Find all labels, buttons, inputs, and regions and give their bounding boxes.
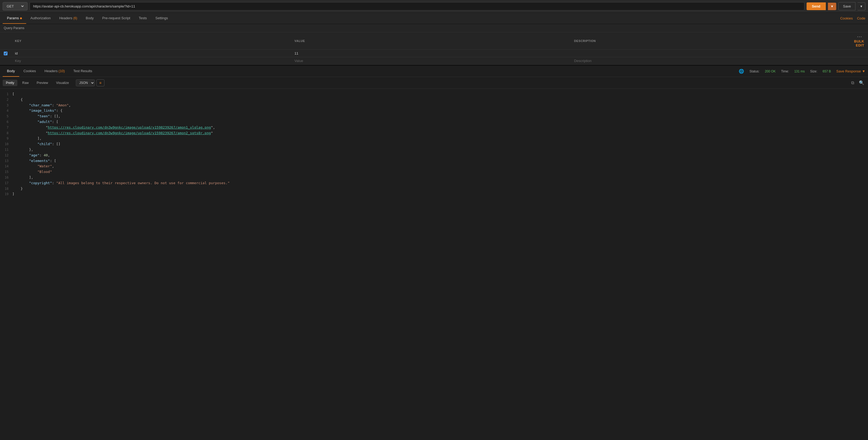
request-tabs: Params Authorization Headers (6) Body Pr… [0,13,868,24]
tab-tests[interactable]: Tests [134,13,151,24]
code-line-8: 8 "https://res.cloudinary.com/dn3w9gnkc/… [0,130,868,136]
line-number-12: 12 [0,153,12,158]
line-number-8: 8 [0,130,12,136]
col-value: VALUE [291,32,570,50]
response-status: 🌐 Status: 200 OK Time: 131 ms Size: 657 … [739,69,865,74]
tab-authorization[interactable]: Authorization [26,13,55,24]
line-content-12: "age": 40, [12,153,868,158]
param-desc-id[interactable] [570,50,850,57]
copy-button[interactable]: ⧉ [850,79,855,86]
param-checkbox-input-id[interactable] [4,52,7,55]
more-icon[interactable]: ··· [857,34,862,39]
param-key-id[interactable]: id [11,50,291,57]
save-response-label: Save Response [836,69,861,73]
response-tab-cookies[interactable]: Cookies [19,66,40,77]
code-line-5: 5 "teen": [], [0,114,868,119]
tab-params[interactable]: Params [3,13,26,24]
code-line-10: 10 "child": [] [0,141,868,147]
line-content-1: [ [12,91,868,97]
url-bar: GET POST PUT DELETE Send ▼ Save ▼ [0,0,868,13]
code-link[interactable]: Code [857,16,865,20]
code-editor[interactable]: 1[2 {3 "char_name": "Amon",4 "image_link… [0,89,868,438]
format-tab-pretty[interactable]: Pretty [3,80,18,86]
response-headers-badge: (10) [59,69,65,73]
line-content-6: "adult": [ [12,119,868,125]
line-content-15: "Blood" [12,169,868,175]
request-tabs-right: Cookies Code [840,16,865,20]
param-desc-empty[interactable]: Description [570,57,850,65]
response-tab-body[interactable]: Body [3,66,19,77]
param-key-empty[interactable]: Key [11,57,291,65]
headers-badge: (6) [73,16,77,20]
line-number-15: 15 [0,169,12,175]
line-content-4: "image_links": { [12,108,868,114]
tab-body[interactable]: Body [82,13,98,24]
format-type-select[interactable]: JSON XML HTML Text [76,79,95,86]
size-label: Size: [810,69,817,73]
line-content-3: "char_name": "Amon", [12,102,868,108]
line-number-7: 7 [0,125,12,130]
tab-prerequest[interactable]: Pre-request Script [98,13,134,24]
line-content-17: "copyright": "All images belong to their… [12,180,868,186]
bulk-edit-link[interactable]: Bulk Edit [854,39,864,47]
response-tabs: Body Cookies Headers (10) Test Results 🌐… [0,66,868,77]
cookies-link[interactable]: Cookies [840,16,853,20]
code-line-4: 4 "image_links": { [0,108,868,114]
line-content-13: "elements": [ [12,158,868,164]
code-line-7: 7 "https://res.cloudinary.com/dn3w9gnkc/… [0,125,868,130]
format-tab-visualize[interactable]: Visualize [53,80,72,86]
globe-icon: 🌐 [739,69,744,74]
wrap-icon-button[interactable]: ≡ [96,79,104,86]
line-number-9: 9 [0,136,12,141]
code-line-1: 1[ [0,91,868,97]
line-content-2: { [12,97,868,102]
code-line-19: 19] [0,192,868,197]
code-line-14: 14 "Water", [0,164,868,169]
line-number-18: 18 [0,186,12,192]
code-line-9: 9 ], [0,136,868,141]
param-value-id[interactable]: 11 [291,50,570,57]
line-number-2: 2 [0,97,12,102]
line-number-4: 4 [0,108,12,113]
line-content-18: } [12,186,868,192]
param-checkbox-id[interactable] [4,52,7,55]
response-tab-headers[interactable]: Headers (10) [40,66,69,77]
format-tab-raw[interactable]: Raw [19,80,32,86]
line-number-1: 1 [0,91,12,97]
params-table: KEY VALUE DESCRIPTION ··· Bulk Edit [0,32,868,65]
param-actions-id [850,50,868,57]
line-number-13: 13 [0,158,12,164]
save-button[interactable]: Save [838,2,856,10]
search-button[interactable]: 🔍 [858,79,865,86]
code-line-15: 15 "Blood" [0,169,868,175]
code-line-13: 13 "elements": [ [0,158,868,164]
main-layout: Params Authorization Headers (6) Body Pr… [0,13,868,438]
line-number-5: 5 [0,114,12,119]
response-tab-test-results[interactable]: Test Results [69,66,96,77]
query-params-header: Query Params [0,24,868,32]
param-value-empty[interactable]: Value [291,57,570,65]
tab-settings[interactable]: Settings [151,13,172,24]
save-dropdown-button[interactable]: ▼ [858,2,865,10]
col-key: KEY [11,32,291,50]
format-tab-preview[interactable]: Preview [33,80,51,86]
request-section: Params Authorization Headers (6) Body Pr… [0,13,868,65]
line-number-16: 16 [0,175,12,180]
code-line-16: 16 ], [0,175,868,180]
line-content-14: "Water", [12,164,868,169]
method-dropdown[interactable]: GET POST PUT DELETE [6,4,25,8]
method-selector[interactable]: GET POST PUT DELETE [3,2,28,10]
save-response-button[interactable]: Save Response ▼ [836,69,865,73]
send-button[interactable]: Send [807,2,826,10]
code-line-11: 11 }, [0,147,868,153]
response-area: Body Cookies Headers (10) Test Results 🌐… [0,66,868,438]
params-dot [20,18,22,19]
url-input[interactable] [30,2,804,10]
col-actions: ··· Bulk Edit [850,32,868,50]
tab-headers[interactable]: Headers (6) [55,13,82,24]
time-value: 131 ms [794,69,805,73]
format-bar: Pretty Raw Preview Visualize JSON XML HT… [0,77,868,89]
line-number-6: 6 [0,119,12,124]
save-response-chevron: ▼ [862,69,865,73]
send-dropdown-button[interactable]: ▼ [828,3,836,10]
